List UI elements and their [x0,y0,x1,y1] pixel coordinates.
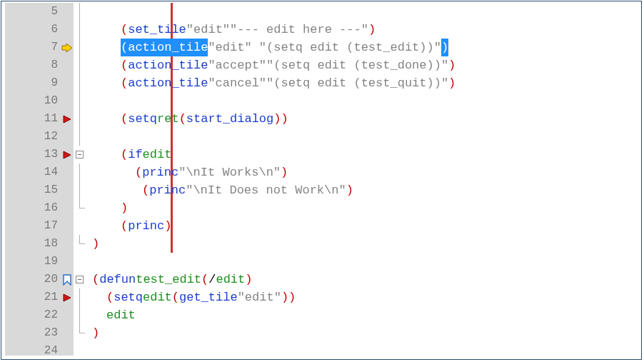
current-line-arrow-icon[interactable] [61,39,74,56]
fold-guide-elbow [79,324,80,333]
marker-slot[interactable] [61,181,74,199]
line-number[interactable]: 9 [5,74,58,92]
marker-slot[interactable] [61,235,74,253]
line-number[interactable]: 14 [5,164,58,181]
line-number[interactable]: 24 [5,342,58,360]
code-line[interactable]: (action_tile "cancel" "(setq edit (test_… [92,74,456,92]
marker-slot[interactable] [61,74,74,92]
paren-token: ) [164,217,171,235]
fold-guide-line [79,164,80,199]
code-row: 17(princ) [5,217,638,235]
code-row: 6(set_tile "edit" "--- edit here ---") [5,21,638,39]
marker-slot[interactable] [61,21,74,39]
line-number[interactable]: 17 [5,217,58,235]
code-row: 12 [5,128,638,146]
line-number[interactable]: 15 [5,181,58,199]
line-number[interactable]: 7 [5,39,58,56]
code-line[interactable]: edit [92,306,136,324]
marker-slot[interactable] [61,3,74,21]
line-number[interactable]: 19 [5,253,58,271]
code-line[interactable]: ) [92,324,99,342]
marker-slot[interactable] [61,217,74,235]
line-number[interactable]: 5 [5,3,58,21]
paren-token: ( [121,21,128,39]
marker-slot[interactable] [61,92,74,110]
code-line[interactable]: (princ "\nIt Works\n") [92,164,288,181]
string-token: "accept" [208,56,266,74]
paren-token: ) [92,235,99,253]
fold-toggle-icon[interactable] [76,151,84,159]
paren-token: ( [121,56,128,74]
marker-slot[interactable] [61,324,74,342]
line-number[interactable]: 6 [5,21,58,39]
keyword-token: action_tile [128,56,208,74]
code-row: 10 [5,92,638,110]
keyword-token: princ [142,164,178,181]
string-token: "cancel" [208,74,266,92]
code-line[interactable]: ) [92,235,99,253]
line-number[interactable]: 21 [5,288,58,306]
code-line[interactable]: (set_tile "edit" "--- edit here ---") [92,21,376,39]
breakpoint-icon[interactable] [61,288,74,306]
line-number[interactable]: 22 [5,306,58,324]
breakpoint-icon[interactable] [61,146,74,164]
paren-token: ( [121,74,128,92]
code-line[interactable]: (action_tile "accept" "(setq edit (test_… [92,56,456,74]
paren-token: ) [448,74,456,92]
selection: (action_tile [121,39,208,56]
code-row: 23) [5,324,638,342]
code-line[interactable]: (action_tile "edit" "(setq edit (test_ed… [92,39,448,56]
keyword-token: princ [149,181,186,199]
code-row: 21(setq edit (get_tile "edit")) [5,288,638,306]
code-line[interactable]: (princ) [92,217,171,235]
paren-token: ( [179,110,186,128]
string-token: "edit" [238,288,281,306]
marker-slot[interactable] [61,253,74,271]
marker-slot[interactable] [61,199,74,217]
code-line[interactable]: (if edit [92,146,171,164]
code-line[interactable]: (setq ret (start_dialog)) [92,110,288,128]
paren-token: ( [172,288,179,306]
line-number[interactable]: 10 [5,92,58,110]
string-token: "--- edit here ---" [230,21,368,39]
code-row: 13(if edit [5,146,638,164]
line-number[interactable]: 11 [5,110,58,128]
marker-slot[interactable] [61,342,74,360]
code-line[interactable]: (setq edit (get_tile "edit")) [92,288,296,306]
keyword-token: princ [128,217,164,235]
line-number[interactable]: 13 [5,146,58,164]
string-token: "edit" [186,21,230,39]
line-number[interactable]: 12 [5,128,58,146]
fold-guide-line [79,288,80,324]
paren-token: ( [201,271,208,288]
paren-token: ) [448,56,456,74]
marker-slot[interactable] [61,128,74,146]
marker-slot[interactable] [61,56,74,74]
line-number[interactable]: 16 [5,199,58,217]
code-row: 20(defun test_edit ( / edit ) [5,271,638,288]
bookmark-icon[interactable] [61,271,74,288]
identifier-token: edit [106,306,136,324]
editor-frame: 56(set_tile "edit" "--- edit here ---")7… [1,1,642,360]
paren-token: ( [106,288,114,306]
paren-token: ) [92,324,99,342]
breakpoint-icon[interactable] [61,110,74,128]
code-line[interactable]: (defun test_edit ( / edit ) [92,271,252,288]
code-row: 7(action_tile "edit" "(setq edit (test_e… [5,39,638,56]
keyword-token: set_tile [128,21,186,39]
code-line[interactable]: ) [92,199,128,217]
code-row: 22edit [5,306,638,324]
identifier-token: test_edit [136,271,201,288]
marker-slot[interactable] [61,164,74,181]
keyword-token: setq [128,110,157,128]
code-row: 8(action_tile "accept" "(setq edit (test… [5,56,638,74]
code-row: 19 [5,253,638,271]
line-number[interactable]: 8 [5,56,58,74]
code-line[interactable]: (princ "\nIt Does not Work\n") [92,181,353,199]
line-number[interactable]: 20 [5,271,58,288]
marker-slot[interactable] [61,306,74,324]
fold-toggle-icon[interactable] [76,276,84,283]
code-row: 16) [5,199,638,217]
line-number[interactable]: 23 [5,324,58,342]
line-number[interactable]: 18 [5,235,58,253]
